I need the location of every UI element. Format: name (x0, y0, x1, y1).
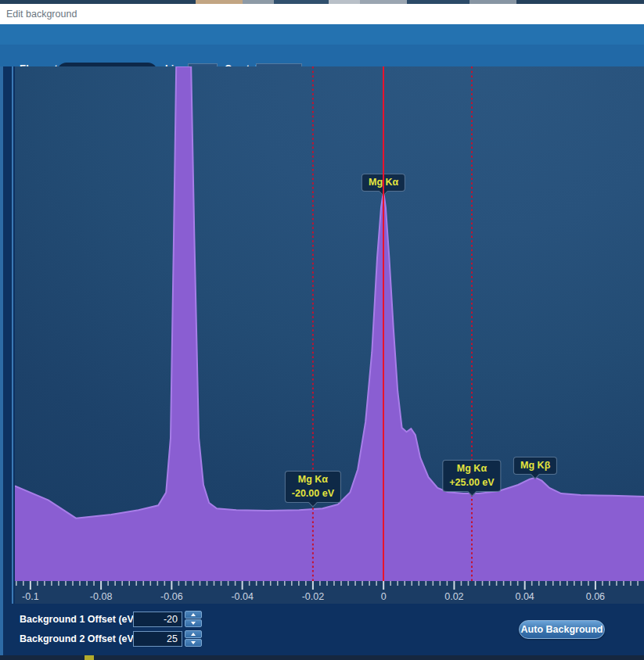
background-offset-panel: Background 1 Offset (eV) Background 2 Of… (0, 604, 644, 655)
auto-background-button[interactable]: Auto Background (519, 620, 605, 639)
svg-text:-0.06: -0.06 (160, 591, 183, 602)
spectrum-svg: -0.1-0.08-0.06-0.04-0.0200.020.040.06 (15, 66, 644, 604)
spectrum-chart: -0.1-0.08-0.06-0.04-0.0200.020.040.06 Mg… (12, 66, 644, 604)
bg2-offset-label: Background 2 Offset (eV) (20, 631, 137, 647)
arrow-up-icon (191, 633, 196, 636)
dialog-title-bar: Edit background (0, 4, 644, 24)
bg2-offset-stepper (185, 630, 202, 647)
bg1-offset-input[interactable] (133, 612, 182, 627)
svg-text:-0.04: -0.04 (231, 591, 254, 602)
svg-text:0: 0 (381, 591, 387, 602)
svg-text:-0.1: -0.1 (22, 591, 39, 602)
peak-position-line[interactable] (383, 66, 385, 581)
taskbar-sliver (0, 655, 644, 660)
bg2-step-up-button[interactable] (185, 630, 202, 638)
svg-text:0.02: 0.02 (444, 591, 463, 602)
toolbar: Element Magnesium Line Kα Crystal TAP (0, 24, 644, 66)
bg1-step-down-button[interactable] (185, 619, 202, 627)
arrow-down-icon (191, 641, 196, 644)
svg-text:0.06: 0.06 (586, 591, 605, 602)
bg2-step-down-button[interactable] (185, 639, 202, 647)
bg1-offset-stepper (185, 611, 202, 627)
taskbar-highlight (85, 655, 94, 660)
svg-text:-0.08: -0.08 (90, 591, 113, 602)
window-left-border (0, 66, 3, 655)
svg-text:0.04: 0.04 (515, 591, 534, 602)
svg-text:-0.02: -0.02 (302, 591, 325, 602)
arrow-down-icon (191, 622, 196, 625)
bg1-offset-label: Background 1 Offset (eV) (20, 612, 137, 627)
dialog-title: Edit background (6, 4, 77, 24)
arrow-up-icon (191, 613, 196, 616)
bg1-step-up-button[interactable] (185, 611, 202, 619)
bg2-offset-input[interactable] (133, 631, 182, 647)
